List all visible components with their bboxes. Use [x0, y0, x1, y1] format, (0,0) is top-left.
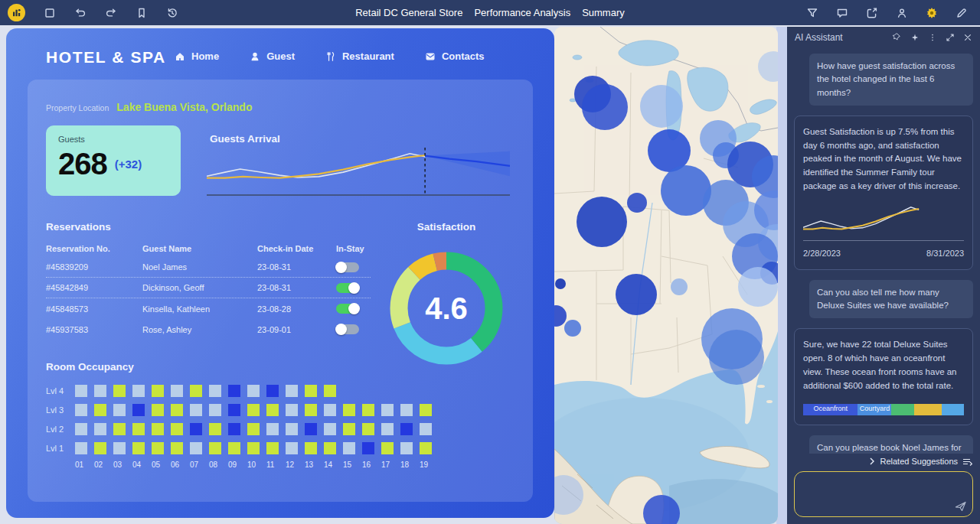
occupancy-grid: Lvl 4Lvl 3Lvl 2Lvl 101020304050607080910…	[46, 381, 439, 469]
occupancy-cell	[400, 442, 413, 454]
occupancy-cell	[152, 385, 164, 397]
occupancy-cell	[400, 423, 413, 435]
message-text: Can you please book Noel James for 2 nig…	[817, 441, 965, 454]
occupancy-cell	[420, 423, 432, 435]
nav-item-restaurant[interactable]: Restaurant	[325, 50, 394, 62]
occupancy-cell	[247, 423, 260, 435]
user-icon[interactable]	[896, 7, 908, 19]
property-location-label: Property Location	[46, 103, 109, 112]
user-message: Can you also tell me how many Deluxe Sui…	[809, 280, 973, 319]
occupancy-cell	[324, 385, 336, 397]
room-column-label: 02	[94, 461, 113, 469]
occupancy-cell	[75, 404, 87, 416]
occupancy-cell	[266, 423, 279, 435]
redo-icon[interactable]	[105, 7, 117, 19]
reservation-row[interactable]: #45839209 Noel James 23-08-31	[46, 257, 371, 278]
occupancy-cell	[113, 423, 126, 435]
hotel-dashboard-panel: HOTEL & SPA HomeGuestRestaurantContacts …	[6, 28, 554, 518]
level-label: Lvl 1	[46, 444, 75, 453]
guests-kpi-card: Guests 268 (+32)	[46, 125, 181, 196]
send-icon[interactable]	[955, 500, 967, 513]
bar-segment-courtyard: Courtyard	[858, 404, 891, 415]
occupancy-cell	[228, 385, 240, 397]
occupancy-cell	[362, 404, 374, 416]
map-bubble	[640, 85, 683, 128]
geo-bubble-map[interactable]	[554, 27, 778, 524]
history-icon[interactable]	[166, 7, 178, 19]
in-stay-toggle[interactable]	[336, 283, 359, 293]
occupancy-cell	[190, 404, 202, 416]
occupancy-cell	[171, 385, 183, 397]
room-column-label: 11	[266, 461, 286, 469]
checkin-date: 23-08-28	[257, 304, 336, 314]
nav-item-contacts[interactable]: Contacts	[425, 50, 485, 62]
user-message: How have guest satisfaction across the h…	[809, 54, 973, 106]
occupancy-cell	[343, 404, 355, 416]
topbar-left-icons	[0, 4, 178, 21]
room-column-label: 13	[305, 461, 324, 469]
occupancy-cell	[94, 442, 106, 454]
level-label: Lvl 3	[46, 405, 75, 415]
frame-icon[interactable]	[44, 7, 56, 19]
ai-badge-icon[interactable]	[926, 7, 938, 19]
guest-icon	[250, 51, 260, 62]
nav-item-guest[interactable]: Guest	[250, 50, 295, 62]
kebab-icon[interactable]	[928, 33, 937, 42]
room-column-label: 15	[343, 461, 362, 469]
ai-assistant-panel: AI Assistant How have guest satisfaction…	[787, 27, 980, 524]
occupancy-cell	[113, 442, 126, 454]
pin-icon[interactable]	[893, 33, 902, 42]
comment-icon[interactable]	[836, 7, 848, 19]
occupancy-cell	[324, 423, 336, 435]
message-text: Sure, we have 22 total Deluxe Suites ope…	[803, 338, 964, 392]
occupancy-cell	[209, 442, 221, 454]
occupancy-cell	[286, 385, 298, 397]
property-location-value: Lake Buena Vista, Orlando	[116, 101, 252, 113]
chat-messages: How have guest satisfaction across the h…	[787, 47, 980, 454]
room-column-label: 03	[113, 461, 132, 469]
guests-delta: (+32)	[115, 158, 142, 171]
in-stay-toggle[interactable]	[336, 304, 359, 314]
related-suggestions[interactable]: Related Suggestions	[795, 457, 972, 466]
bookmark-icon[interactable]	[136, 7, 148, 19]
occupancy-cell	[286, 404, 298, 416]
assistant-message: Sure, we have 22 total Deluxe Suites ope…	[794, 328, 973, 425]
nav-item-home[interactable]: Home	[175, 50, 219, 62]
edit-icon[interactable]	[956, 7, 968, 19]
reservation-row[interactable]: #45842849 Dickinson, Geoff 23-08-31	[46, 278, 371, 298]
home-icon	[175, 51, 185, 62]
in-stay-toggle[interactable]	[336, 324, 359, 334]
room-column-label: 01	[75, 461, 94, 469]
filter-icon[interactable]	[806, 7, 818, 19]
reservation-row[interactable]: #45848573 Kinsella, Kathleen 23-08-28	[46, 298, 371, 319]
chat-input-box[interactable]	[794, 471, 973, 517]
app-logo-icon[interactable]	[8, 4, 25, 21]
reservation-row[interactable]: #45937583 Rose, Ashley 23-09-01	[46, 319, 371, 340]
close-icon[interactable]	[963, 33, 972, 42]
occupancy-cell	[132, 404, 145, 416]
map-scroll-strip[interactable]	[776, 27, 787, 524]
message-text: Guest Satisfaction is up 7.5% from this …	[803, 125, 964, 194]
expand-icon[interactable]	[946, 33, 955, 42]
occupancy-cell	[266, 404, 279, 416]
occupancy-cell	[209, 423, 221, 435]
suite-types-bar: OceanfrontCourtyard	[803, 404, 964, 415]
in-stay-toggle[interactable]	[336, 262, 359, 272]
share-icon[interactable]	[866, 7, 878, 19]
top-bar: Retail DC General Store Performance Anal…	[0, 0, 980, 25]
sparkle-icon[interactable]	[910, 33, 920, 42]
bar-segment	[942, 404, 964, 415]
occupancy-cell	[228, 442, 240, 454]
occupancy-cell	[247, 385, 260, 397]
satisfaction-trend-chart: 2/28/2023 8/31/2023	[803, 201, 964, 260]
room-column-label: 06	[171, 461, 190, 469]
checkin-date: 23-08-31	[257, 262, 336, 272]
room-column-label: 05	[152, 461, 171, 469]
occupancy-cell	[152, 404, 164, 416]
chat-input[interactable]	[799, 475, 952, 513]
undo-icon[interactable]	[74, 7, 87, 19]
occupancy-cell	[247, 404, 260, 416]
occupancy-cell	[75, 442, 87, 454]
occupancy-cell	[132, 423, 145, 435]
hotel-brand: HOTEL & SPA	[46, 48, 166, 67]
